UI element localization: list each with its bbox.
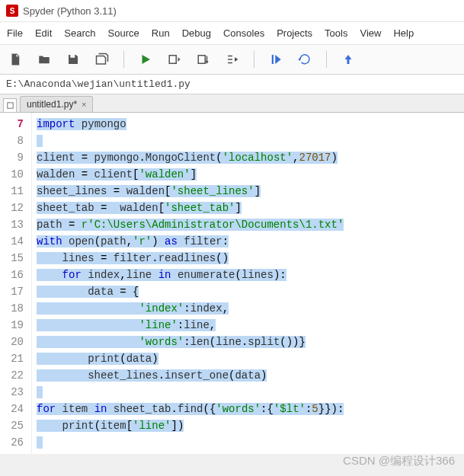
run-cell-icon[interactable]: [167, 52, 182, 67]
code-area[interactable]: import pymongo client = pymongo.MongoCli…: [32, 113, 344, 454]
run-selection-icon[interactable]: [225, 52, 240, 67]
path-bar: E:\Anaconda\wejian\untitled1.py: [0, 75, 464, 94]
code-line[interactable]: lines = filter.readlines(): [37, 250, 344, 267]
menu-debug[interactable]: Debug: [177, 25, 216, 41]
line-number: 9: [6, 149, 24, 166]
menu-view[interactable]: View: [354, 25, 386, 41]
menu-edit[interactable]: Edit: [30, 25, 57, 41]
window-title: Spyder (Python 3.11): [23, 5, 117, 17]
line-number: 16: [6, 267, 24, 283]
line-number: 15: [6, 250, 24, 267]
code-line[interactable]: for item in sheet_tab.find({'words':{'$l…: [37, 401, 344, 417]
svg-rect-1: [198, 56, 205, 64]
code-line[interactable]: import pymongo: [37, 116, 344, 133]
line-number: 25: [6, 417, 24, 434]
run-icon[interactable]: [138, 52, 153, 67]
line-number: 22: [6, 367, 24, 384]
line-number: 20: [6, 334, 24, 350]
toolbar-separator: [254, 51, 254, 68]
code-line[interactable]: 'index':index,: [37, 300, 344, 317]
code-line[interactable]: with open(path,'r') as filter:: [37, 233, 344, 250]
code-line[interactable]: walden = client['walden']: [37, 166, 344, 183]
menubar: FileEditSearchSourceRunDebugConsolesProj…: [0, 22, 464, 45]
code-line[interactable]: sheet_lines.insert_one(data): [37, 367, 344, 384]
svg-rect-2: [7, 103, 12, 108]
save-icon[interactable]: [66, 52, 81, 67]
code-editor[interactable]: 7891011121314151617181920212223242526 im…: [0, 113, 464, 454]
line-number-gutter: 7891011121314151617181920212223242526: [0, 113, 32, 454]
code-line[interactable]: 'line':line,: [37, 317, 344, 334]
debug-icon[interactable]: [268, 52, 283, 67]
menu-tools[interactable]: Tools: [319, 25, 353, 41]
line-number: 24: [6, 401, 24, 417]
menu-run[interactable]: Run: [146, 25, 175, 41]
up-arrow-icon[interactable]: [341, 52, 356, 67]
tab-row: untitled1.py* ×: [0, 94, 464, 113]
toolbar: [0, 45, 464, 75]
line-number: 23: [6, 384, 24, 401]
code-line[interactable]: [37, 434, 344, 451]
code-line[interactable]: print(data): [37, 350, 344, 367]
line-number: 13: [6, 216, 24, 233]
line-number: 18: [6, 300, 24, 317]
code-line[interactable]: path = r'C:\Users\Administrator\Document…: [37, 216, 344, 233]
code-line[interactable]: [37, 133, 344, 149]
line-number: 8: [6, 133, 24, 149]
tab-browse-icon[interactable]: [3, 98, 17, 112]
code-line[interactable]: print(item['line']): [37, 417, 344, 434]
menu-consoles[interactable]: Consoles: [218, 25, 270, 41]
new-file-icon[interactable]: [8, 52, 23, 67]
code-line[interactable]: client = pymongo.MongoClient('localhost'…: [37, 149, 344, 166]
tab-label: untitled1.py*: [27, 99, 77, 110]
code-line[interactable]: data = {: [37, 283, 344, 300]
line-number: 12: [6, 200, 24, 216]
line-number: 14: [6, 233, 24, 250]
line-number: 11: [6, 183, 24, 200]
code-line[interactable]: 'words':len(line.split())}: [37, 334, 344, 350]
watermark: CSDN @编程设计366: [343, 454, 455, 468]
line-number: 7: [6, 116, 24, 133]
svg-rect-0: [169, 56, 176, 64]
save-all-icon[interactable]: [94, 52, 110, 67]
code-line[interactable]: sheet_tab = walden['sheet_tab']: [37, 200, 344, 216]
toolbar-separator: [123, 51, 124, 68]
spyder-icon: S: [6, 5, 18, 17]
open-folder-icon[interactable]: [37, 52, 52, 67]
menu-projects[interactable]: Projects: [271, 25, 318, 41]
line-number: 17: [6, 283, 24, 300]
editor-tab[interactable]: untitled1.py* ×: [20, 96, 93, 112]
code-line[interactable]: [37, 384, 344, 401]
menu-source[interactable]: Source: [103, 25, 145, 41]
run-cell-advance-icon[interactable]: [196, 52, 211, 67]
line-number: 10: [6, 166, 24, 183]
menu-search[interactable]: Search: [59, 25, 101, 41]
menu-file[interactable]: File: [2, 25, 28, 41]
line-number: 26: [6, 434, 24, 451]
debug-step-icon[interactable]: [297, 52, 312, 67]
toolbar-separator: [326, 51, 327, 68]
close-icon[interactable]: ×: [82, 100, 86, 109]
code-line[interactable]: sheet_lines = walden['sheet_lines']: [37, 183, 344, 200]
line-number: 21: [6, 350, 24, 367]
code-line[interactable]: for index,line in enumerate(lines):: [37, 267, 344, 283]
menu-help[interactable]: Help: [388, 25, 419, 41]
titlebar: S Spyder (Python 3.11): [0, 0, 464, 22]
line-number: 19: [6, 317, 24, 334]
